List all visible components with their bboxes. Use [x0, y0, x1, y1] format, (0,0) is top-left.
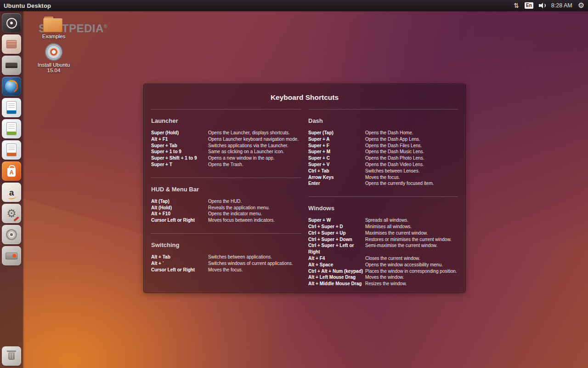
shortcut-row: Super + VOpens the Dash Video Lens. — [308, 161, 458, 168]
active-app-title: Ubuntu Desktop — [4, 2, 51, 9]
libreoffice-writer-icon[interactable] — [2, 98, 21, 117]
shortcut-description: Moves the focus. — [365, 174, 400, 181]
shortcut-keys: Super + W — [308, 217, 365, 224]
firefox-glyph — [5, 80, 18, 93]
shortcut-keys: Alt + F4 — [308, 255, 365, 262]
shortcut-description: Resizes the window. — [365, 281, 407, 287]
libreoffice-writer-glyph — [6, 101, 17, 114]
shortcut-row: Ctrl + Super + UpMaximises the current w… — [308, 230, 458, 236]
shortcut-row: Alt + F1Opens Launcher keyboard navigati… — [151, 136, 301, 143]
unity-launcher — [0, 11, 23, 368]
shortcut-description: Opens the currently focused item. — [365, 180, 434, 187]
clock[interactable]: 8:28 AM — [551, 2, 572, 9]
shortcut-keys: Ctrl + Super + Up — [308, 230, 365, 236]
libreoffice-impress-icon[interactable] — [2, 140, 21, 160]
shortcuts-column-right: DashSuper (Tap)Opens the Dash Home.Super… — [308, 109, 458, 297]
files-glyph — [6, 40, 17, 48]
shortcut-keys: Ctrl + Super + Left or Right — [308, 242, 365, 255]
desktop-icon-label: Examples — [33, 34, 74, 39]
shortcut-row: Ctrl + Super + DMinimises all windows. — [308, 224, 458, 230]
shortcut-row: Super + TOpens the Trash. — [151, 161, 301, 168]
shortcut-keys: Ctrl + Super + D — [308, 224, 365, 230]
shortcut-keys: Ctrl + Super + Down — [308, 236, 365, 243]
volume-icon[interactable] — [539, 3, 546, 8]
shortcut-row: Alt + Left Mouse DragMoves the window. — [308, 274, 458, 281]
shortcut-keys: Super (Hold) — [151, 130, 208, 136]
shortcut-row: Alt + F4Closes the current window. — [308, 255, 458, 262]
shortcut-row: Alt (Hold)Reveals the application menu. — [151, 205, 301, 211]
shortcut-description: Opens the Launcher, displays shortcuts. — [208, 130, 290, 136]
shortcut-description: Places the window in corresponding posit… — [365, 268, 457, 275]
libreoffice-calc-glyph — [6, 122, 17, 135]
shortcut-section-hud-menu-bar: HUD & Menu BarAlt (Tap)Opens the HUD.Alt… — [151, 178, 301, 224]
indicator-area: ⇅ En 8:28 AM ⚙ — [514, 2, 584, 9]
shortcut-row: Super (Tap)Opens the Dash Home. — [308, 130, 458, 136]
shortcut-description: Switches between applications. — [208, 254, 272, 260]
dash-home-icon[interactable] — [2, 13, 21, 33]
firefox-icon[interactable] — [2, 77, 21, 96]
shortcut-keys: Alt + F10 — [151, 211, 208, 217]
shortcut-description: Switches applications via the Launcher. — [208, 143, 288, 149]
shortcut-section-dash: DashSuper (Tap)Opens the Dash Home.Super… — [308, 109, 458, 187]
install-ubuntu-icon[interactable] — [2, 246, 21, 265]
shortcut-row: Arrow KeysMoves the focus. — [308, 174, 458, 181]
shortcut-keys: Alt (Tap) — [151, 198, 208, 205]
shortcut-keys: Super + Tab — [151, 143, 208, 149]
shortcut-keys: Alt + Middle Mouse Drag — [308, 281, 365, 287]
amazon-icon[interactable] — [2, 183, 21, 202]
files-icon[interactable] — [2, 34, 21, 54]
desktop-icon-install-ubuntu[interactable]: Install Ubuntu 15.04 — [33, 43, 74, 73]
desktop-icon-examples[interactable]: Examples — [33, 17, 74, 39]
shortcut-description: Opens the Dash Video Lens. — [365, 161, 424, 168]
shortcut-columns: LauncherSuper (Hold)Opens the Launcher, … — [151, 109, 458, 297]
top-panel: Ubuntu Desktop ⇅ En 8:28 AM ⚙ — [0, 0, 588, 11]
shortcut-row: Cursor Left or RightMoves the focus. — [151, 267, 301, 273]
system-settings-glyph — [6, 208, 17, 219]
shortcut-description: Same as clicking on a Launcher icon. — [208, 149, 284, 155]
shortcut-row: Alt + TabSwitches between applications. — [151, 254, 301, 260]
desktop-icon-label: Install Ubuntu 15.04 — [33, 62, 74, 73]
system-settings-icon[interactable] — [2, 204, 21, 223]
ubuntu-software-center-icon[interactable] — [2, 161, 21, 181]
ubuntu-desktop: SOFTPEDIA® ExamplesInstall Ubuntu 15.04 … — [0, 0, 588, 368]
shortcut-description: Semi-maximise the current window. — [365, 242, 437, 255]
shortcut-description: Opens the window accessibility menu. — [365, 262, 443, 268]
session-gear-icon[interactable]: ⚙ — [578, 2, 584, 9]
libreoffice-calc-icon[interactable] — [2, 119, 21, 138]
shortcut-row: Ctrl + Super + DownRestores or minimises… — [308, 236, 458, 243]
section-heading: HUD & Menu Bar — [151, 186, 301, 193]
shortcut-description: Opens the Dash Photo Lens. — [365, 155, 424, 161]
shortcut-keys: Super + C — [308, 155, 365, 161]
shortcut-description: Restores or minimises the current window… — [365, 236, 452, 243]
shortcut-description: Opens the HUD. — [208, 198, 242, 205]
shortcut-keys: Alt + Tab — [151, 254, 208, 260]
shortcut-keys: Enter — [308, 180, 365, 187]
shortcuts-column-left: LauncherSuper (Hold)Opens the Launcher, … — [151, 109, 301, 297]
keyboard-layout-indicator[interactable]: En — [525, 2, 533, 9]
shortcut-row: Super + COpens the Dash Photo Lens. — [308, 155, 458, 161]
shortcut-row: Alt + `Switches windows of current appli… — [151, 260, 301, 267]
media-drive-icon[interactable] — [2, 56, 21, 75]
shortcut-description: Opens the indicator menu. — [208, 211, 262, 217]
shortcut-keys: Super + A — [308, 136, 365, 143]
shortcut-section-launcher: LauncherSuper (Hold)Opens the Launcher, … — [151, 109, 301, 168]
shortcut-keys: Super + 1 to 9 — [151, 149, 208, 155]
ubuntu-software-center-glyph — [7, 168, 16, 177]
shortcut-keys: Alt + Left Mouse Drag — [308, 274, 365, 281]
shortcut-description: Maximises the current window. — [365, 230, 428, 236]
updown-arrows-icon[interactable]: ⇅ — [514, 2, 519, 9]
trash-icon[interactable] — [2, 346, 21, 366]
folder-icon — [43, 17, 64, 32]
shortcut-row: Alt (Tap)Opens the HUD. — [151, 198, 301, 205]
shortcut-row: EnterOpens the currently focused item. — [308, 180, 458, 187]
shortcut-row: Ctrl + TabSwitches between Lenses. — [308, 168, 458, 174]
shortcut-row: Cursor Left or RightMoves focus between … — [151, 217, 301, 224]
shortcut-description: Spreads all windows. — [365, 217, 408, 224]
registered-mark: ® — [104, 24, 107, 29]
shortcut-section-windows: WindowsSuper + WSpreads all windows.Ctrl… — [308, 196, 458, 287]
disks-icon[interactable] — [2, 225, 21, 244]
shortcut-description: Moves the focus. — [208, 267, 243, 273]
disks-glyph — [6, 229, 17, 240]
shortcut-description: Switches windows of current applications… — [208, 260, 293, 267]
shortcut-description: Opens a new window in the app. — [208, 155, 275, 161]
